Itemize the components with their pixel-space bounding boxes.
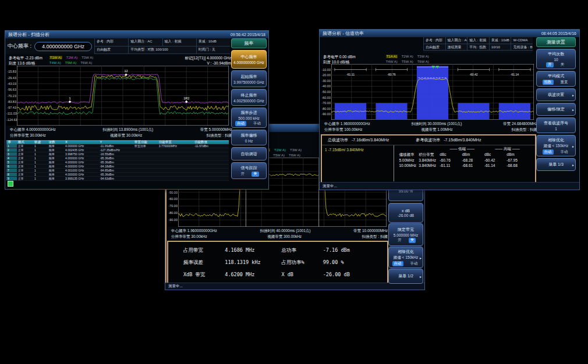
y-axis-label: -80.00 <box>321 107 331 110</box>
w2-clock: 08:44:05 2015/4/16 <box>541 31 576 35</box>
menu-button[interactable]: 自动调谐 <box>231 147 267 160</box>
trace-label: T6W A) <box>417 60 429 63</box>
menu-button[interactable]: 平均次数10开关 <box>536 49 576 69</box>
menu-button[interactable]: 中心频率4.000000000 GHz <box>231 50 267 69</box>
trace-label: T6W A) <box>289 154 300 157</box>
result-value: 118.1319 kHz <box>225 259 281 266</box>
spacer <box>399 146 440 152</box>
menu-button[interactable]: 限定带宽5.000000 MHz开关 <box>388 223 423 246</box>
toggle-option[interactable]: 关 <box>409 238 416 243</box>
w1-titlebar[interactable]: 频谱分析 - 扫描分析 09:56:42 2015/4/18 <box>5 31 268 38</box>
marker-table-cell: 3.998750 GHz <box>64 152 98 156</box>
w3-footer-row1: 中心频率 1.960000000GHz扫描时间 40.0000ms (1001点… <box>168 229 391 233</box>
marker-table-cell: 正常 <box>17 152 33 156</box>
carrier-list-row[interactable]: 1 -7.15dBm/ 3.840MHz <box>325 147 391 152</box>
trace-label: T4W A) <box>386 60 398 63</box>
w2-spectrum-trace: -61.11-60.76-60.42-61.14 <box>331 64 534 120</box>
status-field: 自由触发 <box>423 44 445 51</box>
y-axis-label: -90.00 <box>168 218 178 222</box>
table-row[interactable]: 5正常1频率4.000000 GHz-95.36dBm <box>6 160 229 165</box>
marker-table-cell: 频率 <box>48 169 64 172</box>
toggle-option[interactable]: 自动 <box>392 261 403 266</box>
marker-table-cell: 正常 <box>17 165 33 168</box>
toggle-option[interactable]: 手动 <box>559 149 570 155</box>
toggle-option[interactable]: 指数 <box>543 80 554 85</box>
toggle-option[interactable]: 关 <box>252 172 259 177</box>
result-summary-item: 总载波功率-7.16dBm/3.840MHz <box>328 137 389 143</box>
svg-text:-60.76: -60.76 <box>387 73 395 76</box>
menu-button-label: 中心频率 <box>241 54 257 60</box>
menu-button-label: 偏移/限定 <box>547 106 565 112</box>
marker-table-cell: 4.000000 GHz <box>64 160 98 164</box>
table-row[interactable]: 6正常1频率4.000000 GHz-94.18dBm <box>6 165 229 169</box>
menu-button-label: 载波设置 <box>548 92 564 98</box>
offset-cell: 3.840MHz <box>419 158 440 163</box>
footer-field: 中心频率 1.960000000GHz <box>324 122 370 126</box>
marker-table-cell: 频率 <box>48 165 64 168</box>
marker-table-cell: -16.55dBm <box>98 152 133 156</box>
toggle-option[interactable]: 开 <box>546 62 554 67</box>
toggle-option[interactable]: 自动 <box>543 149 554 155</box>
menu-button[interactable]: 菜单 1/2▸ <box>388 269 423 284</box>
y-axis-label: -83.83 <box>6 100 16 104</box>
toggle-option[interactable]: 开 <box>396 238 403 243</box>
offset-cell: -61.14 <box>484 163 506 169</box>
menu-button[interactable]: x dB-26.00 dB <box>388 203 423 223</box>
table-row[interactable]: 1正常1频率4.000000 GHz-11.36dBm带宽功率3.770000M… <box>6 144 229 148</box>
menu-button[interactable]: 平均模式指数重复 <box>536 71 576 87</box>
toggle-option[interactable]: 关 <box>559 62 566 67</box>
menu-button-label: 相噪优化 <box>398 249 414 255</box>
status-field: 输入 : 射频 <box>467 37 489 44</box>
result-summary-label: 总载波功率 <box>328 138 348 142</box>
table-row[interactable]: 8正常1频率4.000000 GHz-95.36dBm <box>6 173 229 177</box>
toggle-option[interactable]: 手动 <box>409 261 420 266</box>
marker-table-cell <box>133 156 158 160</box>
result-label: X dB <box>281 272 323 279</box>
offset-cell: 3.840MHz <box>419 163 440 169</box>
y-axis-label: -20.00 <box>321 73 331 77</box>
marker-table-header-cell: 功能数值 <box>193 140 229 144</box>
offset-group-low: —— 低端 —— <box>440 146 484 152</box>
table-row[interactable]: 7正常1频率4.001000 GHz-94.85dBm <box>6 169 229 173</box>
table-row[interactable]: 9正常1频率3.999135 GHz-94.63dBm <box>6 177 229 181</box>
toggle-option[interactable]: 开 <box>239 172 247 177</box>
table-row[interactable]: 2正常1频率4.002435 GHz-127.35dBm/Hz <box>6 148 229 152</box>
menu-button-value: 4.002500000 GHz <box>233 99 264 103</box>
marker-table-cell: -94.85dBm <box>98 169 133 172</box>
menu-button[interactable]: 频率偏移0 Hz <box>231 130 267 145</box>
marker-table-cell: 4.001000 GHz <box>64 169 98 172</box>
menu-button[interactable]: 终止频率4.002500000 GHz <box>231 89 267 106</box>
w3-footer-row2: 分辨率带宽 30.00kHz视频带宽 300.00kHz扫描类型 : 扫频 <box>168 234 391 238</box>
footer-field: 视频带宽 30.00kHz <box>110 133 142 137</box>
menu-button-toggle: 开关 <box>239 172 259 177</box>
w2-carrier-list: 1 -7.15dBm/ 3.840MHz <box>322 145 394 181</box>
menu-button-label: 平均次数 <box>548 51 564 57</box>
marker-table-cell <box>193 152 229 156</box>
trace-label: T2M A) <box>66 56 77 59</box>
result-label: XdB 带宽 <box>183 272 225 279</box>
menu-button[interactable]: 相噪优化频偏 < 150kHz自动手动▸ <box>388 247 423 268</box>
menu-button[interactable]: 频率步进500.000 kHz自动手动 <box>231 108 267 128</box>
menu-button[interactable]: 偏移/限定▸ <box>536 103 576 116</box>
table-row[interactable]: 3正常1频率3.998750 GHz-16.55dBm <box>6 152 229 156</box>
w2-titlebar[interactable]: 频谱分析 - 信道功率 08:44:05 2015/4/16 <box>320 30 579 37</box>
toggle-option[interactable]: 重复 <box>559 80 570 85</box>
menu-button[interactable]: 菜单 1/3▸ <box>536 158 576 171</box>
menu-button[interactable]: 查看载波序号1 <box>536 117 576 133</box>
menu-button[interactable]: 信号跟踪开关 <box>231 162 267 179</box>
marker-table-cell: -11.36dBm <box>98 144 133 148</box>
status-field: 10/10 <box>489 44 511 51</box>
svg-text:1: 1 <box>69 97 70 100</box>
menu-button[interactable]: 相噪优化频偏 < 150kHz自动手动▸ <box>536 135 576 156</box>
w1-center-frequency-input[interactable]: 4.000000000 GHz <box>34 42 92 51</box>
menu-button[interactable]: 起始频率3.997500000 GHz <box>231 70 267 87</box>
offset-col-header: dBc <box>440 152 462 158</box>
footer-field: 扫描时间 13.8900ms (1001点) <box>102 127 153 131</box>
status-field: 输入耦合 : AC <box>128 38 162 47</box>
toggle-option[interactable]: 手动 <box>252 121 263 126</box>
submenu-arrow-icon: ▸ <box>572 108 574 112</box>
menu-button[interactable]: 载波设置▸ <box>536 88 576 101</box>
table-row[interactable]: 4正常1频率4.000000 GHz-95.36dBm <box>6 156 229 160</box>
submenu-arrow-icon: ▸ <box>572 93 574 97</box>
toggle-option[interactable]: 自动 <box>235 121 246 126</box>
